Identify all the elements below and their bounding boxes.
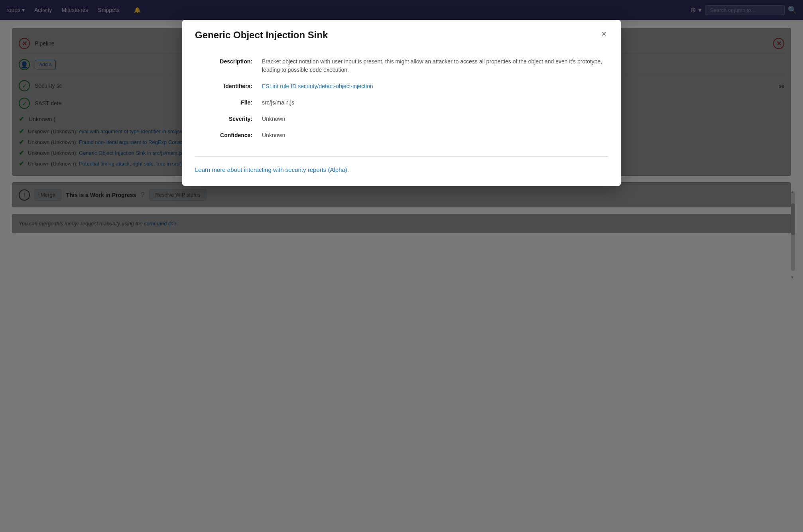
severity-row: Severity: Unknown [195, 111, 608, 127]
modal-header: Generic Object Injection Sink × [182, 20, 621, 47]
modal-close-button[interactable]: × [600, 30, 608, 38]
file-label: File: [195, 95, 259, 111]
identifiers-label: Identifiers: [195, 78, 259, 95]
file-value: src/js/main.js [259, 95, 608, 111]
description-row: Description: Bracket object notation wit… [195, 53, 608, 78]
severity-label: Severity: [195, 111, 259, 127]
confidence-value: Unknown [259, 127, 608, 144]
modal-divider [195, 156, 608, 157]
identifiers-value: ESLint rule ID security/detect-object-in… [259, 78, 608, 95]
modal-footer: Learn more about interacting with securi… [182, 166, 621, 186]
learn-more-link[interactable]: Learn more about interacting with securi… [195, 166, 349, 173]
modal-body: Description: Bracket object notation wit… [182, 47, 621, 153]
file-row: File: src/js/main.js [195, 95, 608, 111]
identifier-link[interactable]: ESLint rule ID security/detect-object-in… [262, 83, 373, 89]
identifiers-row: Identifiers: ESLint rule ID security/det… [195, 78, 608, 95]
severity-value: Unknown [259, 111, 608, 127]
detail-table: Description: Bracket object notation wit… [195, 53, 608, 144]
description-label: Description: [195, 53, 259, 78]
description-value: Bracket object notation with user input … [259, 53, 608, 78]
modal-dialog: Generic Object Injection Sink × Descript… [182, 20, 621, 186]
confidence-label: Confidence: [195, 127, 259, 144]
confidence-row: Confidence: Unknown [195, 127, 608, 144]
modal-title: Generic Object Injection Sink [195, 30, 328, 41]
